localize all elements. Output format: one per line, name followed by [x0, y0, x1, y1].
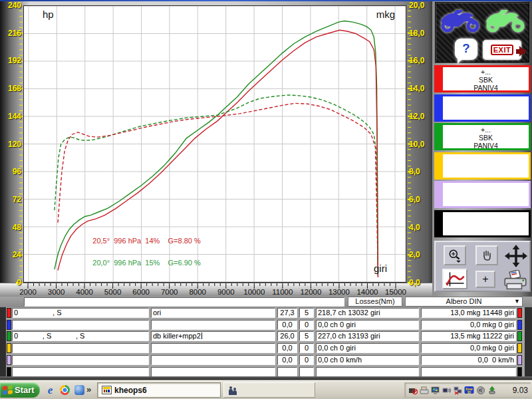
pan-button[interactable]: [475, 245, 498, 265]
cell-power[interactable]: [316, 367, 419, 377]
cell-v1[interactable]: 26,0: [277, 331, 297, 341]
cell-v1[interactable]: 0,0: [277, 343, 297, 353]
cell-torque[interactable]: 13,0 mkg 11448 giri: [421, 308, 516, 318]
cell-v2[interactable]: 5: [299, 308, 314, 318]
add-button[interactable]: +: [475, 271, 495, 288]
run-slot-button-6[interactable]: [434, 210, 531, 237]
cell-name[interactable]: 0 , S: [12, 308, 149, 318]
tray-icon-scanner[interactable]: [419, 385, 429, 395]
tray-icon-device-blocked[interactable]: [408, 385, 418, 395]
slot-label-line: +...: [443, 126, 529, 134]
slot-color-bar: [434, 152, 441, 180]
tray-icon-display-settings[interactable]: [430, 385, 440, 395]
exit-button[interactable]: EXIT: [483, 40, 521, 60]
print-button[interactable]: [501, 269, 530, 291]
cell-torque[interactable]: 0,0 mkg 0 giri: [421, 320, 516, 330]
cell-power[interactable]: 0,0 ch 0 km/h: [316, 355, 419, 365]
y-left-tick-label: 120: [0, 140, 21, 149]
runs-table: 0 , Sori27,35218,7 ch 13032 giri13,0 mkg…: [0, 307, 532, 376]
cell-v1[interactable]: 27,3: [277, 308, 297, 318]
cell-name[interactable]: [12, 343, 149, 353]
y-left-tick-label: 216: [0, 29, 21, 38]
move-button[interactable]: [502, 243, 530, 269]
slot-label-box: [441, 210, 531, 237]
slot-label-line: PANIV4: [443, 84, 529, 92]
quicklaunch-overflow-chevron[interactable]: »: [86, 384, 91, 394]
tray-icon-safely-remove-hardware[interactable]: [487, 385, 497, 395]
cell-name[interactable]: [12, 367, 149, 377]
figures-app-icon: [228, 386, 237, 395]
task-label: kheops6: [114, 386, 147, 395]
cell-v2[interactable]: 5: [299, 331, 314, 341]
start-label: Start: [15, 385, 35, 395]
cell-power[interactable]: 0,0 ch 0 giri: [316, 320, 419, 330]
blue-app-glyph: [74, 385, 84, 395]
x-tick-label: 8000: [184, 288, 211, 296]
chart-toolbar: +: [434, 241, 531, 292]
cell-v1[interactable]: 0,0: [277, 355, 297, 365]
quicklaunch-chrome-icon[interactable]: [59, 384, 71, 396]
tray-icon-volume-muted[interactable]: [475, 385, 485, 395]
motorcycle-green-button[interactable]: [484, 5, 527, 34]
losses-value-field[interactable]: [24, 297, 344, 307]
cell-desc[interactable]: [151, 367, 275, 377]
curve-view-button[interactable]: [442, 269, 467, 289]
cell-torque[interactable]: [421, 367, 516, 377]
cell-desc[interactable]: ori: [151, 308, 275, 318]
windows-flag-icon: [3, 385, 13, 396]
y-left-tick-label: 144: [0, 112, 21, 121]
cell-desc[interactable]: db killer+mpp2: [151, 331, 275, 341]
weather-annotation-1: 20,0° 996 hPa 15% G=6.90 %: [92, 259, 200, 267]
motorcycle-green-icon: [484, 5, 527, 34]
cell-power[interactable]: 218,7 ch 13032 giri: [316, 308, 419, 318]
cell-desc[interactable]: [151, 343, 275, 353]
cell-power[interactable]: 0,0 ch 0 giri: [316, 343, 419, 353]
cell-v2[interactable]: 0: [299, 343, 314, 353]
cell-torque[interactable]: 0,0 mkg 0 giri: [421, 343, 516, 353]
exit-arrow-icon: [516, 49, 525, 54]
cell-torque[interactable]: 0,0 0 km/h: [421, 355, 516, 365]
help-button[interactable]: ?: [455, 39, 477, 60]
cell-name[interactable]: 0 , S , S: [12, 331, 149, 341]
cell-power[interactable]: 227,0 ch 13193 giri: [316, 331, 419, 341]
cell-v2[interactable]: 0: [299, 320, 314, 330]
cell-v1[interactable]: [277, 367, 297, 377]
run-slot-button-3[interactable]: +...SBKPANIV4: [434, 123, 531, 150]
run-slot-button-4[interactable]: [434, 152, 531, 180]
chart-zone: hp mkg giri 20,5° 996 hPa 14% G=8.80 %20…: [0, 0, 432, 297]
chrome-glyph: [60, 385, 70, 395]
quicklaunch-ie-icon[interactable]: e: [44, 384, 57, 396]
y-right-tick-label: 6,0: [409, 195, 433, 204]
run-slot-button-5[interactable]: [434, 181, 531, 208]
cell-desc[interactable]: [151, 355, 275, 365]
task-button-second[interactable]: [223, 382, 315, 398]
tray-icon-network-offline[interactable]: [453, 385, 463, 395]
y-right-axis-title: mkg: [376, 9, 395, 20]
run-slot-button-1[interactable]: +...SBKPANIV4: [434, 65, 531, 92]
row-color-chip-left: [7, 343, 11, 353]
tray-icon-audio-streaming[interactable]: [442, 385, 452, 395]
shaft-mode-dropdown[interactable]: Albero DIN ▼: [405, 297, 523, 307]
dyno-plot[interactable]: hp mkg giri 20,5° 996 hPa 14% G=8.80 %20…: [23, 5, 406, 283]
main-menu-panel: ? EXIT: [435, 2, 530, 63]
run-slot-button-2[interactable]: [434, 94, 531, 122]
cell-name[interactable]: [12, 320, 149, 330]
cell-v2[interactable]: [299, 367, 314, 377]
tray-icon-xear-3d[interactable]: Xear3D: [464, 385, 474, 395]
cell-torque[interactable]: 13,5 mkg 11222 giri: [421, 331, 516, 341]
cell-v2[interactable]: 0: [299, 355, 314, 365]
system-tray: Xear3D9.03: [404, 382, 531, 398]
x-tick-label: 7000: [156, 288, 183, 296]
table-row-6: [0, 367, 532, 377]
cell-desc[interactable]: [151, 320, 275, 330]
task-button-kheops6[interactable]: kheops6: [97, 382, 221, 398]
motorcycle-blue-button[interactable]: [439, 5, 481, 34]
cell-name[interactable]: [12, 355, 149, 365]
slot-color-bar: [434, 123, 441, 150]
motorcycle-blue-icon: [439, 5, 481, 34]
quicklaunch-app-icon[interactable]: [73, 384, 86, 396]
start-button[interactable]: Start: [0, 382, 40, 398]
table-row-5: 0,000,0 ch 0 km/h0,0 0 km/h: [0, 355, 532, 365]
zoom-in-button[interactable]: [444, 245, 466, 265]
cell-v1[interactable]: 0,0: [277, 320, 297, 330]
